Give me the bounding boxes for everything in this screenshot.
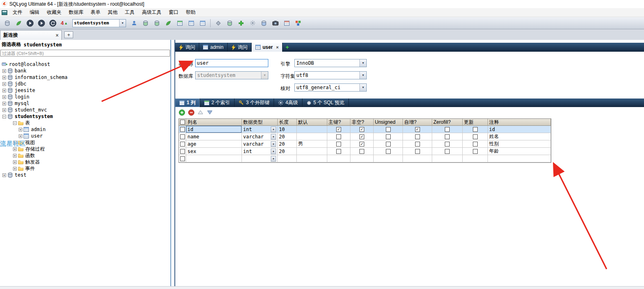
expand-icon[interactable]: + xyxy=(2,82,6,86)
cell-notnull[interactable] xyxy=(350,148,374,155)
menu-powertools[interactable]: 高级工具 xyxy=(138,8,165,17)
cell-length[interactable]: 10 xyxy=(278,126,297,133)
cell-pk[interactable] xyxy=(327,140,350,148)
select-all-checkbox[interactable] xyxy=(180,120,185,125)
cell-comment[interactable]: 姓名 xyxy=(488,133,551,140)
tree-node-functions-folder[interactable]: +函数 xyxy=(0,152,170,159)
new-query-tab-button[interactable]: + xyxy=(283,43,292,52)
notnull-checkbox[interactable] xyxy=(359,127,364,132)
expand-icon[interactable]: + xyxy=(2,102,6,105)
column-row-sex[interactable]: sexint▼20年龄 xyxy=(179,148,551,155)
type-dropdown-arrow[interactable]: ▼ xyxy=(271,134,276,140)
autoincr-checkbox[interactable] xyxy=(415,142,420,147)
query-tab-admin[interactable]: admin xyxy=(199,43,228,52)
grid-header-8[interactable]: Zerofill? xyxy=(432,119,463,126)
tree-node-triggers-folder[interactable]: +触发器 xyxy=(0,159,170,165)
expand-icon[interactable]: + xyxy=(19,128,22,131)
query-tab-query-1[interactable]: 询问 xyxy=(175,43,199,52)
delete-row-button[interactable] xyxy=(188,109,194,116)
cell-length[interactable] xyxy=(278,155,297,162)
tree-node-events-folder[interactable]: +事件 xyxy=(0,165,170,172)
cell-unsigned[interactable] xyxy=(374,140,403,148)
expand-icon[interactable]: + xyxy=(13,167,17,171)
unsigned-checkbox[interactable] xyxy=(386,149,391,154)
notnull-checkbox[interactable] xyxy=(359,134,364,139)
cell-notnull[interactable] xyxy=(350,140,374,148)
update-checkbox[interactable] xyxy=(473,142,478,147)
tree-node-information_schema[interactable]: +information_schema xyxy=(0,74,170,81)
cell-autoincr[interactable] xyxy=(403,148,432,155)
cell-unsigned[interactable] xyxy=(374,148,403,155)
insert-row-icon[interactable] xyxy=(236,18,246,28)
cell-column-name[interactable]: sex xyxy=(186,148,242,155)
export-table-icon[interactable] xyxy=(174,18,185,28)
cell-unsigned[interactable] xyxy=(374,155,403,162)
cell-autoincr[interactable] xyxy=(403,126,432,133)
tree-node-bank[interactable]: +bank xyxy=(0,68,170,74)
close-icon[interactable]: × xyxy=(56,33,59,38)
user-manager-icon[interactable] xyxy=(129,18,139,28)
grid-header-4[interactable]: 主键? xyxy=(327,119,350,126)
cell-default[interactable] xyxy=(297,126,327,133)
tree-node-studentsystem[interactable]: −studentsystem xyxy=(0,113,170,120)
grid-header-6[interactable]: Unsigned xyxy=(374,119,403,126)
format-query-icon[interactable] xyxy=(213,18,224,28)
copy-database-icon[interactable] xyxy=(140,18,151,28)
tree-node-admin-table[interactable]: +admin xyxy=(0,126,170,133)
collapse-icon[interactable]: − xyxy=(13,121,17,125)
zerofill-checkbox[interactable] xyxy=(445,127,450,132)
tree-node-login[interactable]: +login xyxy=(0,94,170,100)
cell-datatype[interactable]: varchar▼ xyxy=(242,140,278,148)
zerofill-checkbox[interactable] xyxy=(445,142,450,147)
grid-header-10[interactable]: 注释 xyxy=(488,119,551,126)
row-select-checkbox[interactable] xyxy=(180,134,185,139)
cell-autoincr[interactable] xyxy=(403,140,432,148)
cell-datatype[interactable]: varchar▼ xyxy=(242,133,278,140)
expand-icon[interactable]: + xyxy=(19,134,22,138)
compare-database-icon[interactable] xyxy=(259,18,269,28)
notnull-checkbox[interactable] xyxy=(359,149,364,154)
autoincr-checkbox[interactable] xyxy=(415,134,420,139)
query-profiler-icon[interactable]: 4▲ xyxy=(59,18,70,28)
collation-combo[interactable]: utf8_general_ci ▼ xyxy=(294,83,367,92)
cell-zerofill[interactable] xyxy=(432,148,463,155)
grid-header-5[interactable]: 非空? xyxy=(350,119,374,126)
cell-length[interactable]: 20 xyxy=(278,140,297,148)
cell-column-name[interactable] xyxy=(186,155,242,162)
expand-icon[interactable]: + xyxy=(2,95,6,99)
execute-all-icon[interactable] xyxy=(36,18,47,28)
row-select-checkbox[interactable] xyxy=(180,156,185,161)
cell-column-name[interactable]: name xyxy=(186,133,242,140)
cell-column-name[interactable]: age xyxy=(186,140,242,148)
engine-combo[interactable]: InnoDB ▼ xyxy=(294,59,367,67)
type-dropdown-arrow[interactable]: ▼ xyxy=(271,127,276,132)
column-row-id[interactable]: idint▼10id xyxy=(179,126,551,133)
backup-database-icon[interactable] xyxy=(152,18,162,28)
cell-pk[interactable] xyxy=(327,155,350,162)
snapshot-icon[interactable] xyxy=(270,18,281,28)
charset-combo[interactable]: utf8 ▼ xyxy=(294,71,367,79)
cell-update[interactable] xyxy=(463,126,488,133)
update-checkbox[interactable] xyxy=(473,127,478,132)
cell-default[interactable] xyxy=(297,133,327,140)
tree-node-test[interactable]: +test xyxy=(0,172,170,178)
expand-icon[interactable]: + xyxy=(2,173,6,177)
move-down-button[interactable] xyxy=(207,109,213,116)
add-row-button[interactable] xyxy=(178,109,185,116)
table-maker-icon[interactable] xyxy=(197,18,208,28)
expand-icon[interactable]: + xyxy=(13,154,17,158)
cell-unsigned[interactable] xyxy=(374,133,403,140)
sync-database-icon[interactable] xyxy=(224,18,235,28)
menu-favorites[interactable]: 收藏夹 xyxy=(43,8,65,17)
schema-designer-icon[interactable] xyxy=(293,18,303,28)
cell-default[interactable] xyxy=(297,148,327,155)
chevron-down-icon[interactable]: ▼ xyxy=(119,20,126,27)
new-connection-icon[interactable] xyxy=(13,18,24,28)
cell-comment[interactable]: id xyxy=(488,126,551,133)
update-checkbox[interactable] xyxy=(473,134,478,139)
menu-edit[interactable]: 编辑 xyxy=(26,8,43,17)
schema-sync-icon[interactable] xyxy=(281,18,292,28)
autoincr-checkbox[interactable] xyxy=(415,127,420,132)
column-row-new[interactable]: ▼ xyxy=(179,155,551,162)
query-tab-query-2[interactable]: 询问 xyxy=(228,43,252,52)
